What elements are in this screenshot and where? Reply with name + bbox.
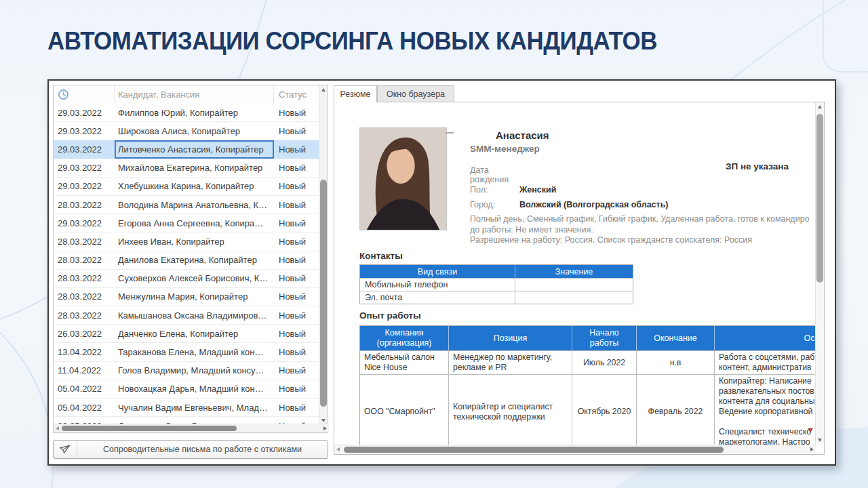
salary-info: ЗП не указана [726,161,789,171]
table-row[interactable]: 29.03.2022 Широкова Алиса, Копирайтер Но… [54,122,319,140]
resume-vertical-scrollbar[interactable] [815,102,824,445]
table-row[interactable]: 29.03.2022 Егорова Анна Сергеевна, Копир… [54,214,319,232]
candidate-date: 28.03.2022 [54,232,115,250]
table-row[interactable]: 29.03.2022 Михайлова Екатерина, Копирайт… [54,159,319,178]
experience-end: Февраль 2022 [636,375,714,445]
candidate-column-header[interactable]: Кандидат, Вакансия [115,85,274,104]
candidates-vertical-scrollbar[interactable] [319,85,328,425]
candidate-status: Новый [274,270,319,287]
vertical-scrollbar-thumb[interactable] [816,114,823,283]
cover-letters-button[interactable]: Сопроводительные письма по работе с откл… [53,440,328,459]
contacts-table-header: Вид связи Значение [360,265,633,278]
candidate-name: Голов Владимир, Младший консу… [115,362,274,380]
candidate-status: Новый [274,399,319,416]
overflow-marker-icon [808,428,813,432]
candidate-name: Суховерхов Алексей Борисович, К… [115,270,274,287]
candidate-date: 28.03.2022 [54,306,115,324]
resume-horizontal-scrollbar[interactable] [334,445,816,454]
field-value: Женский [519,185,556,195]
scroll-down-icon[interactable] [321,419,326,422]
experience-duties: Копирайтер: Написание развлекательных по… [714,375,816,445]
table-row[interactable]: 28.03.2022 Данилова Екатерина, Копирайте… [54,251,319,270]
candidate-name: Чучалин Вадим Евгеньевич, Млад… [115,399,274,416]
candidate-date: 13.04.2022 [54,343,115,361]
candidates-table-header: Кандидат, Вакансия Статус [54,85,328,104]
candidate-status: Новый [274,325,319,342]
contact-type: Эл. почта [360,291,515,304]
candidate-status: Новый [274,343,319,361]
field-label: Дата рождения [470,165,519,184]
scroll-up-icon[interactable] [321,88,326,92]
table-row[interactable]: 29.03.2022 Филиппов Юрий, Копирайтер Нов… [54,104,319,122]
candidate-date: 26.03.2022 [54,325,115,342]
contacts-table: Вид связи Значение Мобильный телефон Эл.… [359,264,633,304]
resume-panel: Анастасия SMM-менеджер ЗП не указана Дат… [334,102,825,455]
field-label: Город: [470,200,519,209]
candidates-horizontal-scrollbar[interactable] [54,424,329,432]
candidate-date: 29.03.2022 [54,122,115,140]
table-row[interactable]: 28.03.2022 Камышанова Оксана Владимиров…… [54,306,319,325]
contact-value [515,279,633,291]
candidate-position-title: SMM-менеджер [470,144,540,154]
scroll-right-icon[interactable] [810,447,814,451]
page-title: АВТОМАТИЗАЦИИ СОРСИНГА НОВЫХ КАНДИДАТОВ [47,27,657,56]
experience-rows: Мебельный салон Nice House Менеджер по м… [360,350,816,445]
table-row[interactable]: 28.03.2022 Суховерхов Алексей Борисович,… [54,270,319,288]
horizontal-scrollbar-thumb[interactable] [344,447,724,453]
candidate-status: Новый [274,232,319,250]
candidate-name: Камышанова Оксана Владимиров… [115,306,274,324]
table-row[interactable]: 13.04.2022 Тараканова Елена, Младший кон… [54,343,319,361]
vertical-scrollbar-thumb[interactable] [320,180,327,407]
status-column-header[interactable]: Статус [274,85,319,104]
candidate-status: Новый [274,251,319,269]
candidate-photo [359,127,447,230]
scroll-up-icon[interactable] [818,105,822,108]
table-row[interactable]: 29.03.2022 Хлебушкина Карина, Копирайтер… [54,178,319,196]
personal-field-row: Пол: Женский [470,182,669,197]
candidate-date: 11.04.2022 [54,362,115,380]
table-row[interactable]: 28.03.2022 Менжулина Мария, Копирайтер Н… [54,288,319,306]
table-row[interactable]: 05.04.2022 Новохацкая Дарья, Младший кон… [54,380,319,399]
candidate-name: Хлебушкина Карина, Копирайтер [115,178,274,195]
field-label: Пол: [470,185,519,195]
experience-duties: Работа с соцсетями, раб контент, админис… [714,351,816,374]
table-row[interactable]: 11.04.2022 Голов Владимир, Младший консу… [54,362,319,380]
experience-end: н.в [636,351,714,374]
candidate-name: Литовченко Анастасия, Копирайтер [115,140,274,158]
candidate-name: Володина Марина Анатольевна, К… [115,196,274,214]
personal-field-row: Город: Волжский (Волгоградская область) [470,197,669,212]
table-row[interactable]: 28.03.2022 Инхеев Иван, Копирайтер Новый [54,232,319,251]
clock-icon [58,89,69,100]
candidate-date: 29.03.2022 [54,159,115,177]
candidate-status: Новый [274,288,319,306]
personal-field-row: Дата рождения [470,167,669,182]
experience-row: ООО "Смарпойнт" Копирайтер и специалист … [360,374,816,445]
table-row[interactable]: 05.04.2022 Чучалин Вадим Евгеньевич, Мла… [54,399,319,417]
horizontal-scrollbar-thumb[interactable] [62,426,237,431]
candidate-date: 29.03.2022 [54,214,115,232]
candidate-date: 29.03.2022 [54,178,115,195]
tab-browser-window[interactable]: Окно браузера [377,85,454,102]
scroll-down-icon[interactable] [818,439,822,442]
scroll-right-icon[interactable] [323,426,327,430]
scroll-left-icon[interactable] [56,426,59,430]
contact-type: Мобильный телефон [360,279,515,291]
table-row[interactable]: 28.03.2022 Володина Марина Анатольевна, … [54,196,319,214]
date-column-header[interactable] [54,85,115,104]
duties-header: Основные обязанности [714,326,816,350]
candidate-date: 28.03.2022 [54,196,115,214]
contact-row: Эл. почта [360,291,633,304]
candidate-name: Филиппов Юрий, Копирайтер [115,104,274,121]
tab-resume[interactable]: Резюме [334,85,377,102]
candidate-first-name: Анастасия [496,129,549,141]
scroll-left-icon[interactable] [336,447,340,451]
company-header: Компания (организация) [360,326,448,350]
end-header: Окончание [636,326,714,350]
candidate-date: 29.03.2022 [54,140,115,158]
candidate-name: Тараканова Елена, Младший кон… [115,343,274,361]
table-row[interactable]: 29.03.2022 Литовченко Анастасия, Копирай… [54,140,319,159]
table-row[interactable]: 26.03.2022 Данченко Елена, Копирайтер Но… [54,325,319,343]
experience-table: Компания (организация) Позиция Начало ра… [359,325,816,445]
app-window: Кандидат, Вакансия Статус 29.03.2022 Фил… [47,79,836,466]
position-header: Позиция [448,326,572,350]
